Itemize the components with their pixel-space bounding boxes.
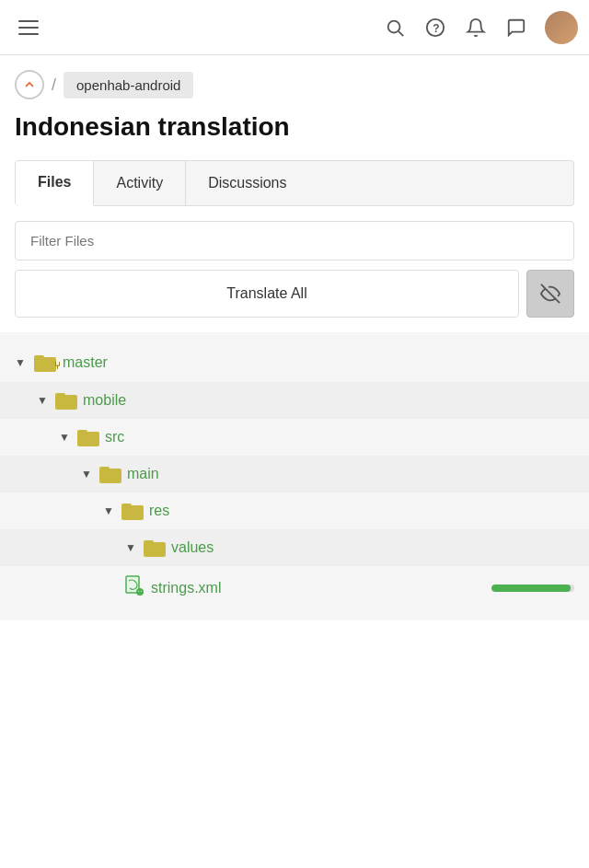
notifications-icon[interactable] xyxy=(464,16,488,40)
avatar[interactable] xyxy=(545,11,578,44)
toggle-values: ▼ xyxy=(125,541,138,554)
toggle-src: ▼ xyxy=(59,431,72,444)
folder-values-icon xyxy=(144,538,166,557)
app-header: ? xyxy=(0,0,589,55)
breadcrumb-home-button[interactable] xyxy=(15,70,44,99)
svg-point-8 xyxy=(138,591,139,592)
search-icon[interactable] xyxy=(383,16,407,40)
filter-area xyxy=(15,221,574,260)
toggle-main: ▼ xyxy=(81,468,94,480)
tab-discussions[interactable]: Discussions xyxy=(186,161,308,205)
master-label: master xyxy=(63,354,108,371)
tab-files[interactable]: Files xyxy=(16,161,94,206)
hamburger-button[interactable] xyxy=(11,13,46,42)
page-title: Indonesian translation xyxy=(0,107,589,160)
folder-branch-body xyxy=(34,353,56,372)
hamburger-line-1 xyxy=(18,20,39,22)
tree-item-strings-xml[interactable]: strings.xml xyxy=(0,566,589,609)
tabs-container: Files Activity Discussions xyxy=(15,160,574,206)
translate-row: Translate All xyxy=(15,270,574,318)
tree-item-main[interactable]: ▼ main xyxy=(0,456,589,492)
hamburger-line-2 xyxy=(18,27,39,29)
toggle-mobile: ▼ xyxy=(37,394,50,407)
breadcrumb-separator: / xyxy=(52,75,56,95)
main-label: main xyxy=(127,466,159,482)
strings-xml-progress-bar xyxy=(491,584,574,592)
tab-activity[interactable]: Activity xyxy=(94,161,186,205)
hide-button[interactable] xyxy=(526,270,574,318)
folder-res-icon xyxy=(121,502,144,520)
strings-xml-icon xyxy=(125,575,144,600)
strings-xml-progress-fill xyxy=(491,584,571,592)
src-label: src xyxy=(105,429,124,446)
messages-icon[interactable] xyxy=(504,16,528,40)
translate-all-button[interactable]: Translate All xyxy=(15,270,519,318)
tree-item-src[interactable]: ▼ src xyxy=(0,419,589,456)
avatar-image xyxy=(545,11,578,44)
toggle-res: ▼ xyxy=(103,504,116,517)
svg-point-9 xyxy=(141,591,142,592)
folder-mobile-icon xyxy=(55,391,77,410)
filter-files-input[interactable] xyxy=(15,221,574,260)
tree-item-master[interactable]: ▼ ⑂ master xyxy=(0,343,589,382)
file-tree: ▼ ⑂ master ▼ mobile ▼ src ▼ main ▼ res ▼… xyxy=(0,332,589,620)
toggle-master: ▼ xyxy=(15,356,28,369)
branch-overlay: ⑂ xyxy=(54,360,61,371)
folder-main-icon xyxy=(99,465,121,483)
folder-src-icon xyxy=(77,428,99,446)
header-left xyxy=(11,13,46,42)
svg-point-0 xyxy=(388,20,400,32)
strings-xml-label: strings.xml xyxy=(151,580,484,596)
tree-item-values[interactable]: ▼ values xyxy=(0,529,589,566)
svg-text:?: ? xyxy=(433,21,439,34)
mobile-label: mobile xyxy=(83,392,126,409)
svg-line-1 xyxy=(398,31,403,36)
breadcrumb-project-link[interactable]: openhab-android xyxy=(64,72,193,98)
res-label: res xyxy=(149,503,169,519)
tree-item-mobile[interactable]: ▼ mobile xyxy=(0,382,589,419)
values-label: values xyxy=(171,539,214,556)
hamburger-line-3 xyxy=(18,33,39,35)
tree-item-res[interactable]: ▼ res xyxy=(0,492,589,529)
breadcrumb: / openhab-android xyxy=(0,55,589,107)
help-icon[interactable]: ? xyxy=(423,16,447,40)
header-icons: ? xyxy=(383,11,578,44)
folder-master-icon: ⑂ xyxy=(33,353,57,373)
